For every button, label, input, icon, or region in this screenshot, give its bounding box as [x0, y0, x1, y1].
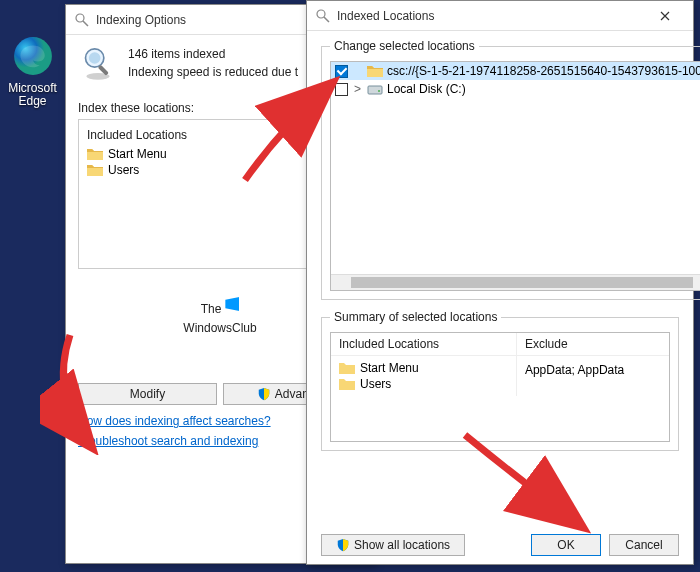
index-count: 146 items indexed [128, 47, 298, 61]
svg-rect-10 [368, 86, 382, 89]
tree-row[interactable]: > Local Disk (C:) [331, 80, 700, 98]
horizontal-scrollbar[interactable] [331, 274, 700, 290]
table-row: AppData; AppData [525, 362, 661, 378]
svg-line-2 [83, 21, 88, 26]
close-icon [660, 11, 670, 21]
ok-button[interactable]: OK [531, 534, 601, 556]
window-title: Indexed Locations [337, 9, 645, 23]
watermark: wsxdn.com [639, 554, 694, 566]
summary-group: Summary of selected locations Included L… [321, 310, 679, 451]
table-row[interactable]: Start Menu [339, 360, 508, 376]
folder-icon [87, 147, 103, 161]
tree-row[interactable]: csc://{S-1-5-21-1974118258-2651515640-15… [331, 62, 700, 80]
cancel-button[interactable]: Cancel [609, 534, 679, 556]
show-all-locations-button[interactable]: Show all locations [321, 534, 465, 556]
col-included: Included Locations [331, 333, 517, 355]
desktop-icon-label: MicrosoftEdge [5, 82, 60, 108]
indexed-locations-window: Indexed Locations Change selected locati… [306, 0, 694, 565]
index-note: Indexing speed is reduced due t [128, 65, 298, 79]
desktop-icon-edge[interactable]: MicrosoftEdge [5, 35, 60, 108]
tree-expander[interactable]: > [352, 82, 363, 96]
modify-button[interactable]: Modify [78, 383, 217, 405]
close-button[interactable] [645, 2, 685, 30]
change-locations-group: Change selected locations csc://{S-1-5-2… [321, 39, 700, 300]
svg-point-1 [76, 14, 84, 22]
checkbox-local-disk[interactable] [335, 83, 348, 96]
titlebar[interactable]: Indexed Locations [307, 1, 693, 31]
folder-icon [87, 163, 103, 177]
svg-point-7 [317, 10, 325, 18]
drive-icon [367, 82, 383, 96]
magnifier-icon [78, 43, 118, 83]
locations-tree[interactable]: csc://{S-1-5-21-1974118258-2651515640-15… [330, 61, 700, 291]
change-locations-label: Change selected locations [330, 39, 479, 53]
col-exclude: Exclude [517, 333, 669, 355]
checkbox-csc[interactable] [335, 65, 348, 78]
folder-icon [339, 361, 355, 375]
search-options-icon [74, 12, 90, 28]
edge-icon [12, 35, 54, 77]
svg-point-5 [89, 52, 101, 64]
uac-shield-icon [257, 387, 271, 401]
summary-label: Summary of selected locations [330, 310, 501, 324]
uac-shield-icon [336, 538, 350, 552]
table-row[interactable]: Users [339, 376, 508, 392]
folder-icon [339, 377, 355, 391]
svg-point-11 [378, 90, 380, 92]
svg-line-8 [324, 17, 329, 22]
search-options-icon [315, 8, 331, 24]
summary-table: Included Locations Exclude Start Menu Us… [330, 332, 670, 442]
folder-icon [367, 64, 383, 78]
